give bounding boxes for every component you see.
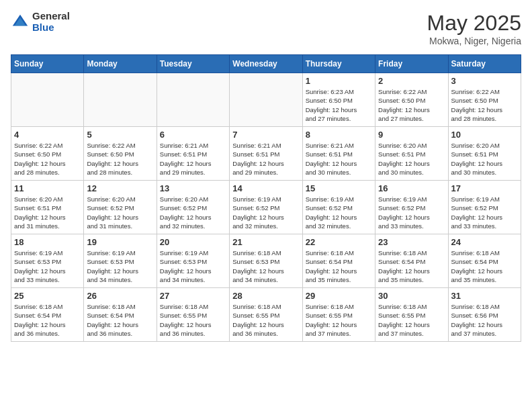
day-info: Sunrise: 6:18 AM Sunset: 6:55 PM Dayligh…	[378, 302, 445, 338]
day-cell	[230, 73, 302, 127]
month-title: May 2025	[427, 11, 521, 36]
day-cell: 24Sunrise: 6:18 AM Sunset: 6:54 PM Dayli…	[448, 234, 521, 288]
day-number: 14	[232, 183, 299, 193]
day-cell: 22Sunrise: 6:18 AM Sunset: 6:54 PM Dayli…	[302, 234, 375, 288]
day-cell: 25Sunrise: 6:18 AM Sunset: 6:54 PM Dayli…	[11, 288, 84, 342]
day-header-tuesday: Tuesday	[157, 55, 229, 73]
day-cell: 2Sunrise: 6:22 AM Sunset: 6:50 PM Daylig…	[375, 73, 448, 127]
day-number: 24	[451, 237, 518, 247]
day-number: 15	[306, 183, 372, 193]
day-cell: 15Sunrise: 6:19 AM Sunset: 6:52 PM Dayli…	[302, 181, 375, 234]
logo-blue-text: Blue	[32, 22, 70, 34]
day-info: Sunrise: 6:20 AM Sunset: 6:51 PM Dayligh…	[451, 141, 518, 177]
day-info: Sunrise: 6:20 AM Sunset: 6:51 PM Dayligh…	[378, 141, 445, 177]
day-cell: 30Sunrise: 6:18 AM Sunset: 6:55 PM Dayli…	[375, 288, 448, 342]
day-info: Sunrise: 6:18 AM Sunset: 6:54 PM Dayligh…	[306, 248, 372, 284]
day-number: 23	[378, 237, 445, 247]
day-info: Sunrise: 6:20 AM Sunset: 6:51 PM Dayligh…	[14, 195, 81, 230]
week-row-1: 4Sunrise: 6:22 AM Sunset: 6:50 PM Daylig…	[11, 127, 521, 181]
day-number: 12	[87, 183, 153, 193]
day-header-wednesday: Wednesday	[230, 55, 302, 73]
day-info: Sunrise: 6:22 AM Sunset: 6:50 PM Dayligh…	[378, 87, 445, 123]
day-cell: 19Sunrise: 6:19 AM Sunset: 6:53 PM Dayli…	[84, 234, 157, 288]
day-number: 13	[160, 183, 226, 193]
week-row-4: 25Sunrise: 6:18 AM Sunset: 6:54 PM Dayli…	[11, 288, 521, 342]
day-cell	[11, 73, 84, 127]
day-info: Sunrise: 6:23 AM Sunset: 6:50 PM Dayligh…	[306, 87, 372, 123]
day-cell: 9Sunrise: 6:20 AM Sunset: 6:51 PM Daylig…	[375, 127, 448, 181]
day-number: 16	[378, 183, 445, 193]
day-info: Sunrise: 6:19 AM Sunset: 6:53 PM Dayligh…	[14, 248, 81, 284]
day-info: Sunrise: 6:18 AM Sunset: 6:54 PM Dayligh…	[451, 248, 518, 284]
day-info: Sunrise: 6:18 AM Sunset: 6:56 PM Dayligh…	[451, 302, 518, 338]
logo-general-text: General	[32, 11, 70, 22]
title-block: May 2025 Mokwa, Niger, Nigeria	[427, 11, 521, 46]
day-number: 19	[87, 237, 153, 247]
day-header-saturday: Saturday	[448, 55, 521, 73]
day-number: 2	[378, 76, 445, 86]
day-info: Sunrise: 6:18 AM Sunset: 6:55 PM Dayligh…	[306, 302, 372, 338]
day-header-sunday: Sunday	[11, 55, 84, 73]
day-cell: 5Sunrise: 6:22 AM Sunset: 6:50 PM Daylig…	[84, 127, 157, 181]
day-number: 9	[378, 130, 445, 140]
day-cell: 3Sunrise: 6:22 AM Sunset: 6:50 PM Daylig…	[448, 73, 521, 127]
day-info: Sunrise: 6:19 AM Sunset: 6:52 PM Dayligh…	[378, 195, 445, 230]
day-number: 21	[232, 237, 299, 247]
day-number: 26	[87, 291, 153, 301]
day-cell: 27Sunrise: 6:18 AM Sunset: 6:55 PM Dayli…	[157, 288, 229, 342]
day-cell: 20Sunrise: 6:19 AM Sunset: 6:53 PM Dayli…	[157, 234, 229, 288]
day-cell: 31Sunrise: 6:18 AM Sunset: 6:56 PM Dayli…	[448, 288, 521, 342]
day-cell: 13Sunrise: 6:20 AM Sunset: 6:52 PM Dayli…	[157, 181, 229, 234]
day-info: Sunrise: 6:19 AM Sunset: 6:52 PM Dayligh…	[306, 195, 372, 230]
day-info: Sunrise: 6:22 AM Sunset: 6:50 PM Dayligh…	[451, 87, 518, 123]
day-cell	[84, 73, 157, 127]
day-header-friday: Friday	[375, 55, 448, 73]
day-header-thursday: Thursday	[302, 55, 375, 73]
day-number: 29	[306, 291, 372, 301]
day-number: 5	[87, 130, 153, 140]
day-cell: 17Sunrise: 6:19 AM Sunset: 6:52 PM Dayli…	[448, 181, 521, 234]
day-number: 11	[14, 183, 81, 193]
day-info: Sunrise: 6:19 AM Sunset: 6:52 PM Dayligh…	[232, 195, 299, 230]
day-info: Sunrise: 6:21 AM Sunset: 6:51 PM Dayligh…	[306, 141, 372, 177]
day-number: 17	[451, 183, 518, 193]
day-number: 3	[451, 76, 518, 86]
day-cell: 26Sunrise: 6:18 AM Sunset: 6:54 PM Dayli…	[84, 288, 157, 342]
day-info: Sunrise: 6:19 AM Sunset: 6:53 PM Dayligh…	[87, 248, 153, 284]
day-number: 7	[232, 130, 299, 140]
day-info: Sunrise: 6:21 AM Sunset: 6:51 PM Dayligh…	[160, 141, 226, 177]
day-info: Sunrise: 6:22 AM Sunset: 6:50 PM Dayligh…	[87, 141, 153, 177]
day-number: 4	[14, 130, 81, 140]
day-number: 1	[306, 76, 372, 86]
logo: General Blue	[11, 11, 70, 33]
week-row-3: 18Sunrise: 6:19 AM Sunset: 6:53 PM Dayli…	[11, 234, 521, 288]
day-number: 10	[451, 130, 518, 140]
day-info: Sunrise: 6:20 AM Sunset: 6:52 PM Dayligh…	[87, 195, 153, 230]
day-cell: 6Sunrise: 6:21 AM Sunset: 6:51 PM Daylig…	[157, 127, 229, 181]
day-number: 18	[14, 237, 81, 247]
day-cell: 29Sunrise: 6:18 AM Sunset: 6:55 PM Dayli…	[302, 288, 375, 342]
day-info: Sunrise: 6:18 AM Sunset: 6:54 PM Dayligh…	[378, 248, 445, 284]
page-header: General Blue May 2025 Mokwa, Niger, Nige…	[11, 11, 521, 46]
day-number: 27	[160, 291, 226, 301]
day-cell: 28Sunrise: 6:18 AM Sunset: 6:55 PM Dayli…	[230, 288, 302, 342]
day-cell: 1Sunrise: 6:23 AM Sunset: 6:50 PM Daylig…	[302, 73, 375, 127]
week-row-2: 11Sunrise: 6:20 AM Sunset: 6:51 PM Dayli…	[11, 181, 521, 234]
day-number: 31	[451, 291, 518, 301]
day-number: 8	[306, 130, 372, 140]
day-number: 6	[160, 130, 226, 140]
day-cell: 7Sunrise: 6:21 AM Sunset: 6:51 PM Daylig…	[230, 127, 302, 181]
day-cell: 18Sunrise: 6:19 AM Sunset: 6:53 PM Dayli…	[11, 234, 84, 288]
day-info: Sunrise: 6:18 AM Sunset: 6:55 PM Dayligh…	[160, 302, 226, 338]
day-info: Sunrise: 6:19 AM Sunset: 6:52 PM Dayligh…	[451, 195, 518, 230]
day-cell	[157, 73, 229, 127]
day-number: 20	[160, 237, 226, 247]
week-row-0: 1Sunrise: 6:23 AM Sunset: 6:50 PM Daylig…	[11, 73, 521, 127]
day-info: Sunrise: 6:21 AM Sunset: 6:51 PM Dayligh…	[232, 141, 299, 177]
day-info: Sunrise: 6:18 AM Sunset: 6:54 PM Dayligh…	[14, 302, 81, 338]
day-cell: 12Sunrise: 6:20 AM Sunset: 6:52 PM Dayli…	[84, 181, 157, 234]
day-cell: 4Sunrise: 6:22 AM Sunset: 6:50 PM Daylig…	[11, 127, 84, 181]
day-cell: 23Sunrise: 6:18 AM Sunset: 6:54 PM Dayli…	[375, 234, 448, 288]
day-header-monday: Monday	[84, 55, 157, 73]
day-info: Sunrise: 6:18 AM Sunset: 6:55 PM Dayligh…	[232, 302, 299, 338]
